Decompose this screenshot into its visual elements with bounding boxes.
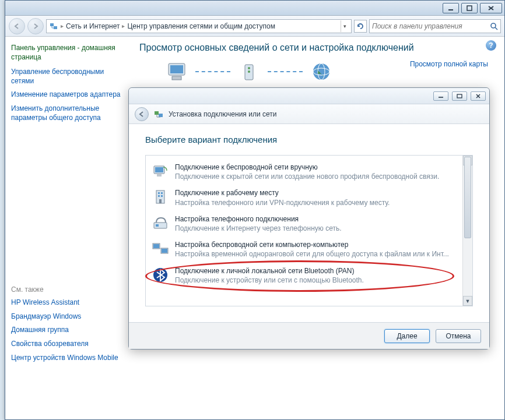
wizard-maximize-button[interactable] [452, 91, 467, 101]
computer-icon [163, 60, 191, 83]
option-desc: Настройка временной одноранговой сети дл… [175, 249, 449, 259]
svg-rect-32 [161, 192, 163, 194]
phone-modem-icon [152, 214, 169, 232]
option-desc: Подключение к Интернету через телефонную… [175, 224, 342, 233]
sidebar-link[interactable]: Изменить дополнительные параметры общего… [11, 104, 122, 122]
svg-rect-37 [156, 224, 159, 227]
seealso-link[interactable]: HP Wireless Assistant [11, 298, 122, 308]
building-icon [152, 188, 169, 206]
svg-point-15 [248, 70, 250, 73]
option-title: Подключение к рабочему месту [175, 188, 390, 197]
option-title: Подключение к личной локальной сети Blue… [175, 266, 364, 276]
svg-rect-11 [170, 65, 183, 73]
monitor-wifi-icon [152, 163, 169, 180]
svg-line-9 [495, 27, 497, 30]
option-desc: Подключение к устройству или сети с помо… [175, 276, 364, 285]
router-icon [235, 60, 263, 83]
option-title: Настройка телефонного подключения [175, 214, 342, 224]
next-button[interactable]: Далее [384, 329, 430, 343]
seealso-heading: См. также [11, 285, 122, 294]
internet-globe-icon [307, 60, 335, 83]
sidebar-link[interactable]: Управление беспроводными сетями [11, 68, 122, 86]
address-dropdown[interactable]: ▾ [341, 20, 349, 32]
connection-line-icon [195, 71, 230, 72]
seealso-link[interactable]: Домашняя группа [11, 326, 122, 335]
option-adhoc[interactable]: Настройка беспроводной сети компьютер-ко… [147, 237, 471, 262]
svg-rect-41 [162, 249, 167, 253]
page-heading: Просмотр основных сведений о сети и наст… [139, 43, 493, 53]
option-desc: Подключение к скрытой сети или создание … [175, 172, 439, 181]
refresh-button[interactable] [354, 20, 367, 33]
seealso-link[interactable]: Свойства обозревателя [11, 340, 122, 349]
option-title: Настройка беспроводной сети компьютер-ко… [175, 240, 449, 249]
wizard-body: Выберите вариант подключения Подключение… [129, 124, 489, 322]
option-bluetooth[interactable]: Подключение к личной локальной сети Blue… [147, 263, 471, 288]
wizard-close-button[interactable] [471, 91, 486, 101]
svg-rect-1 [467, 6, 472, 10]
wizard-minimize-button[interactable] [433, 91, 448, 101]
search-input[interactable] [372, 22, 490, 30]
sidebar-heading[interactable]: Панель управления - домашняя страница [11, 44, 122, 62]
option-title: Подключение к беспроводной сети вручную [175, 163, 439, 172]
search-box[interactable] [369, 19, 501, 33]
scroll-thumb[interactable] [464, 157, 471, 238]
svg-rect-28 [155, 167, 163, 172]
window-titlebar [5, 1, 504, 16]
connection-wizard-dialog: Установка подключения или сети Выберите … [128, 87, 490, 350]
svg-rect-33 [158, 195, 160, 197]
svg-rect-31 [158, 192, 160, 194]
option-manual-wireless[interactable]: Подключение к беспроводной сети вручную … [147, 159, 471, 185]
option-workplace[interactable]: Подключение к рабочему месту Настройка т… [147, 185, 471, 210]
svg-rect-12 [172, 76, 181, 80]
wizard-icon [153, 109, 164, 119]
close-button[interactable] [480, 3, 502, 13]
seealso-link[interactable]: Брандмауэр Windows [11, 312, 122, 322]
search-icon [490, 22, 498, 30]
svg-rect-4 [50, 23, 54, 26]
svg-rect-24 [159, 114, 163, 117]
two-computers-icon [152, 240, 169, 257]
bluetooth-icon [152, 266, 169, 284]
nav-back-button[interactable] [9, 18, 25, 34]
view-full-map-link[interactable]: Просмотр полной карты [410, 60, 488, 68]
wizard-heading: Выберите вариант подключения [145, 135, 473, 144]
breadcrumb-item[interactable]: Сеть и Интернет [64, 22, 122, 30]
connection-line-icon [268, 71, 303, 72]
wizard-footer: Далее Отмена [129, 322, 489, 349]
svg-point-8 [491, 23, 496, 28]
seealso-link[interactable]: Центр устройств Windows Mobile [11, 354, 122, 363]
scrollbar[interactable]: ▲ ▼ [462, 156, 472, 306]
nav-forward-button[interactable] [27, 18, 44, 34]
svg-rect-35 [159, 199, 162, 203]
cancel-button[interactable]: Отмена [436, 329, 481, 343]
wizard-title: Установка подключения или сети [169, 110, 276, 118]
svg-point-16 [313, 63, 329, 80]
svg-rect-23 [155, 111, 159, 115]
connection-options-list: Подключение к беспроводной сети вручную … [145, 155, 473, 306]
svg-rect-29 [157, 174, 162, 177]
wizard-titlebar [129, 88, 489, 104]
sidebar: Панель управления - домашняя страница Уп… [5, 37, 128, 419]
option-desc: Настройка телефонного или VPN-подключени… [175, 198, 390, 207]
minimize-button[interactable] [443, 3, 459, 13]
svg-rect-39 [153, 244, 159, 248]
nav-bar: ▸ Сеть и Интернет ▸ Центр управления сет… [5, 16, 504, 37]
maximize-button[interactable] [461, 3, 478, 13]
svg-rect-20 [457, 94, 462, 98]
help-icon[interactable]: ? [486, 40, 496, 51]
wizard-back-button[interactable] [135, 107, 149, 121]
wizard-header: Установка подключения или сети [129, 104, 489, 124]
scroll-down-icon[interactable]: ▼ [463, 296, 472, 306]
address-bar[interactable]: ▸ Сеть и Интернет ▸ Центр управления сет… [46, 19, 352, 33]
sidebar-link[interactable]: Изменение параметров адаптера [11, 90, 122, 100]
option-dialup[interactable]: Настройка телефонного подключения Подклю… [147, 211, 471, 237]
svg-rect-34 [161, 195, 163, 197]
breadcrumb-item[interactable]: Центр управления сетями и общим доступом [125, 22, 278, 30]
network-icon [49, 22, 58, 31]
svg-point-14 [248, 67, 250, 69]
